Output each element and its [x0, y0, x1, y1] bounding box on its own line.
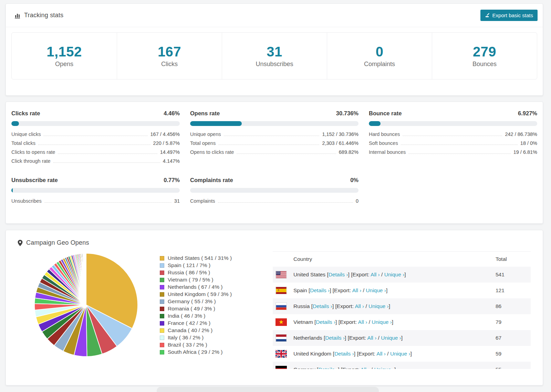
export-all-link[interactable]: All › — [358, 319, 367, 325]
export-all-link[interactable]: All › — [376, 351, 386, 357]
export-unique-link[interactable]: Unique › — [372, 319, 392, 325]
total-cell: 121 — [493, 283, 531, 298]
export-all-link[interactable]: All › — [361, 367, 370, 369]
rate-stat-value: 1,152 / 30.736% — [322, 131, 358, 137]
rate-progress-track — [11, 121, 180, 126]
rate-stat-row: Soft bounces18 / 0% — [369, 140, 537, 146]
legend-label: United Kingdom ( 59 / 3% ) — [168, 291, 232, 297]
stat-label: Clicks — [161, 61, 178, 68]
export-basic-stats-button[interactable]: Export basic stats — [480, 10, 538, 21]
rate-stat-label: Total opens — [190, 140, 216, 146]
pie-slice-other-49[interactable] — [86, 253, 86, 305]
rate-block-clicks-rate: Clicks rate4.46%Unique clicks167 / 4.456… — [11, 107, 180, 164]
legend-swatch — [160, 314, 164, 318]
rate-stat-label: Total clicks — [11, 140, 35, 146]
rate-stat-value: 2,303 / 61.446% — [322, 140, 358, 146]
rate-stat-value: 220 / 5.87% — [153, 140, 180, 146]
legend-item-india: India ( 46 / 3% ) — [160, 313, 263, 319]
rate-stat-row: Unique opens1,152 / 30.736% — [190, 131, 358, 137]
flag-es-icon — [273, 283, 291, 298]
map-pin-icon — [17, 240, 23, 246]
flag-gb-icon — [273, 346, 291, 362]
bracket: ] — [348, 272, 350, 277]
legend-label: United States ( 541 / 31% ) — [168, 255, 232, 261]
stats-row: 1,152Opens167Clicks31Unsubscribes0Compla… — [11, 32, 537, 80]
details-link[interactable]: Details › — [310, 287, 330, 293]
bracket: ] — [332, 303, 334, 309]
export-label: Export: — [342, 367, 359, 369]
legend-item-netherlands: Netherlands ( 67 / 4% ) — [160, 284, 263, 290]
legend-item-south-africa: South Africa ( 29 / 2% ) — [160, 349, 263, 355]
rate-stat-label: Hard bounces — [369, 131, 400, 137]
stat-label: Bounces — [472, 61, 497, 68]
export-unique-link[interactable]: Unique › — [381, 335, 401, 341]
export-all-link[interactable]: All › — [355, 303, 364, 309]
geo-table-row-united-states: United States [Details ›] [Export: All ›… — [273, 267, 531, 283]
export-basic-stats-label: Export basic stats — [492, 12, 533, 18]
total-cell: 59 — [493, 346, 531, 362]
dotted-leader — [218, 145, 319, 145]
export-unique-link[interactable]: Unique › — [390, 351, 410, 357]
rate-stat-value: 31 — [174, 198, 180, 204]
slash: / — [365, 303, 367, 309]
geo-table-zone: Country Total United States [Details ›] … — [273, 251, 531, 369]
export-all-link[interactable]: All › — [371, 272, 380, 277]
rate-stat-label: Unsubscribes — [11, 198, 42, 204]
rate-block-bounce-rate: Bounce rate6.927%Hard bounces242 / 86.73… — [369, 107, 537, 164]
stat-value: 279 — [473, 44, 496, 60]
export-label: Export: — [340, 319, 357, 325]
details-link[interactable]: Details › — [334, 351, 354, 357]
geo-table-row-germany: Germany [Details ›] [Export: All › / Uni… — [273, 362, 531, 369]
rate-percent-value: 30.736% — [336, 110, 358, 117]
rate-stat-row: Unsubscribes31 — [11, 198, 180, 204]
export-unique-link[interactable]: Unique › — [384, 272, 405, 277]
country-name: Russia — [293, 303, 310, 309]
rate-title: Unsubscribe rate — [11, 177, 58, 183]
legend-label: Spain ( 121 / 7% ) — [168, 262, 210, 268]
legend-label: Russia ( 86 / 5% ) — [168, 269, 210, 276]
bracket: ] — [401, 335, 403, 341]
bracket: ] — [392, 319, 393, 325]
bracket: ] — [386, 287, 387, 293]
rate-stat-value: 689.82% — [339, 149, 358, 155]
rate-stat-label: Click through rate — [11, 158, 51, 164]
flag-column-header — [273, 252, 291, 267]
legend-label: Brazil ( 33 / 2% ) — [168, 342, 207, 348]
rate-stat-label: Clicks to opens rate — [11, 149, 55, 155]
export-all-link[interactable]: All › — [352, 287, 362, 293]
geo-table-header-row: Country Total — [273, 252, 531, 267]
rate-percent-value: 0% — [350, 177, 358, 183]
legend-item-canada: Canada ( 40 / 2% ) — [160, 327, 263, 333]
rate-head: Clicks rate4.46% — [11, 107, 180, 117]
rate-percent-value: 0.77% — [164, 177, 180, 183]
rate-block-opens-rate: Opens rate30.736%Unique opens1,152 / 30.… — [190, 107, 358, 164]
country-cell: Spain [Details ›] [Export: All › / Uniqu… — [291, 283, 493, 298]
scroll-hint-shape — [157, 387, 379, 392]
export-unique-link[interactable]: Unique › — [366, 287, 386, 293]
country-cell: United States [Details ›] [Export: All ›… — [291, 267, 493, 283]
details-link[interactable]: Details › — [329, 272, 348, 277]
legend-item-russia: Russia ( 86 / 5% ) — [160, 269, 263, 276]
export-unique-link[interactable]: Unique › — [368, 303, 389, 309]
total-cell: 541 — [493, 267, 531, 283]
dotted-leader — [58, 153, 157, 154]
rate-stat-row: Total clicks220 / 5.87% — [11, 140, 180, 146]
legend-swatch — [160, 307, 164, 311]
bracket: ] — [404, 272, 406, 277]
rate-progress-fill — [11, 188, 13, 193]
export-unique-link[interactable]: Unique › — [374, 367, 394, 369]
details-link[interactable]: Details › — [316, 319, 335, 325]
rate-stat-label: Complaints — [190, 198, 215, 204]
details-link[interactable]: Details › — [325, 335, 345, 341]
details-link[interactable]: Details › — [318, 367, 338, 369]
export-all-link[interactable]: All › — [367, 335, 377, 341]
details-link[interactable]: Details › — [313, 303, 332, 309]
rate-head: Bounce rate6.927% — [369, 107, 537, 117]
rate-stat-label: Unique opens — [190, 131, 221, 137]
rate-stat-row: Complaints0 — [190, 198, 358, 204]
total-cell: 55 — [493, 362, 531, 369]
export-label: Export: — [334, 287, 351, 293]
page-title: Tracking stats — [24, 12, 63, 19]
geo-pie-chart[interactable] — [32, 251, 140, 359]
campaign-geo-opens-card: Campaign Geo Opens United States ( 541 /… — [6, 230, 543, 385]
